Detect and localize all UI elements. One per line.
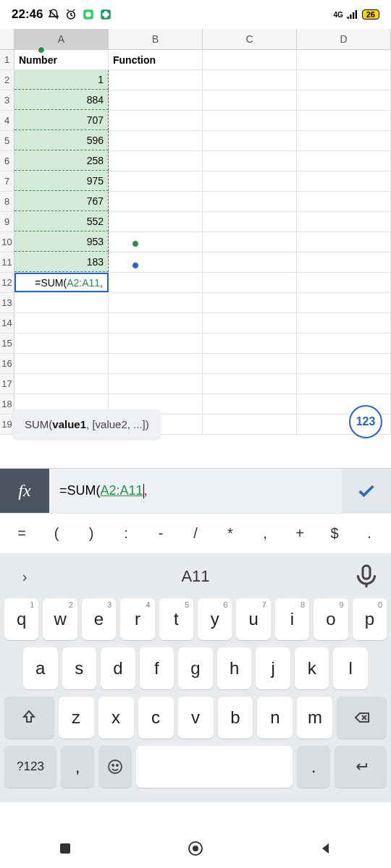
cell-A1[interactable]: Number	[14, 50, 109, 69]
cell-C14[interactable]	[203, 313, 297, 333]
row-header[interactable]: 17	[0, 374, 14, 393]
cell-B7[interactable]	[109, 171, 203, 191]
cell-A8[interactable]: 767	[14, 192, 109, 211]
cell-A4[interactable]: 707	[14, 111, 109, 130]
cell-A9[interactable]: 552	[14, 212, 109, 231]
cell-D4[interactable]	[297, 111, 391, 130]
row-header[interactable]: 4	[0, 111, 14, 130]
key-v[interactable]: v	[178, 697, 214, 739]
recents-button[interactable]	[43, 835, 87, 861]
cell-C9[interactable]	[203, 212, 297, 231]
cell-B3[interactable]	[109, 90, 203, 110]
cell-A6[interactable]: 258	[14, 151, 109, 171]
col-header-D[interactable]: D	[297, 29, 391, 49]
row-header[interactable]: 13	[0, 293, 14, 312]
mode-switch-key[interactable]: ?123	[4, 746, 56, 788]
cell-C18[interactable]	[203, 394, 297, 414]
cell-B8[interactable]	[109, 192, 203, 211]
suggestion-center[interactable]: A11	[39, 567, 352, 586]
select-all-corner[interactable]	[0, 29, 14, 49]
key-k[interactable]: k	[295, 647, 329, 689]
key-a[interactable]: a	[23, 647, 58, 689]
symbol-key[interactable]: .	[352, 525, 387, 542]
range-handle-start[interactable]	[38, 46, 45, 54]
enter-key[interactable]	[335, 746, 387, 788]
cell-D10[interactable]	[297, 232, 391, 252]
key-t[interactable]: t5	[159, 598, 193, 640]
cell-C17[interactable]	[203, 374, 297, 393]
row-header[interactable]: 7	[0, 171, 14, 191]
key-o[interactable]: o9	[314, 598, 348, 640]
col-header-A[interactable]: A	[14, 29, 109, 49]
comma-key[interactable]: ,	[61, 746, 94, 788]
cell-D7[interactable]	[297, 171, 391, 191]
cell-B10[interactable]	[109, 232, 203, 252]
numeric-keypad-toggle[interactable]: 123	[349, 405, 382, 438]
row-header[interactable]: 5	[0, 131, 14, 150]
cell-A11[interactable]: 183	[14, 252, 109, 272]
row-header[interactable]: 2	[0, 70, 14, 90]
row-header[interactable]: 10	[0, 232, 14, 252]
symbol-key[interactable]: :	[109, 525, 143, 542]
confirm-button[interactable]	[342, 469, 391, 513]
cell-C16[interactable]	[203, 354, 297, 373]
key-s[interactable]: s	[62, 647, 97, 689]
cell-C12[interactable]	[203, 273, 297, 292]
cell-A17[interactable]	[14, 374, 109, 393]
cell-D11[interactable]	[297, 252, 391, 272]
cell-C13[interactable]	[203, 293, 297, 312]
symbol-key[interactable]: (	[39, 525, 74, 542]
cell-B13[interactable]	[109, 293, 203, 312]
key-j[interactable]: j	[256, 647, 290, 689]
symbol-key[interactable]: +	[282, 525, 317, 542]
backspace-key[interactable]	[337, 697, 387, 739]
cell-A15[interactable]	[14, 333, 109, 353]
cell-A13[interactable]	[14, 293, 109, 312]
cell-B1[interactable]: Function	[109, 50, 203, 69]
row-header[interactable]: 12	[0, 273, 14, 292]
mic-button[interactable]	[352, 562, 381, 591]
row-header[interactable]: 8	[0, 192, 14, 211]
key-z[interactable]: z	[59, 697, 94, 739]
cell-D14[interactable]	[297, 313, 391, 333]
cell-B9[interactable]	[109, 212, 203, 231]
symbol-key[interactable]: )	[74, 525, 109, 542]
cell-D2[interactable]	[297, 70, 391, 90]
period-key[interactable]: .	[297, 746, 330, 788]
cell-A16[interactable]	[14, 354, 109, 373]
col-header-C[interactable]: C	[203, 29, 297, 49]
key-c[interactable]: c	[138, 697, 174, 739]
row-header[interactable]: 15	[0, 333, 14, 353]
cell-C7[interactable]	[203, 171, 297, 191]
cell-D3[interactable]	[297, 90, 391, 110]
cell-D9[interactable]	[297, 212, 391, 231]
range-handle-end[interactable]	[132, 240, 139, 247]
cell-A14[interactable]	[14, 313, 109, 333]
cell-handle[interactable]	[132, 262, 139, 269]
key-p[interactable]: p0	[353, 598, 387, 640]
key-l[interactable]: l	[333, 647, 368, 689]
row-header[interactable]: 18	[0, 394, 14, 414]
symbol-key[interactable]: =	[4, 525, 39, 542]
cell-B4[interactable]	[109, 111, 203, 130]
fx-icon[interactable]: fx	[0, 469, 49, 513]
key-q[interactable]: q1	[4, 598, 38, 640]
cell-C1[interactable]	[203, 50, 297, 69]
cell-D17[interactable]	[297, 374, 391, 393]
row-header[interactable]: 19	[0, 414, 14, 434]
row-header[interactable]: 14	[0, 313, 14, 333]
row-header[interactable]: 6	[0, 151, 14, 171]
cell-A2[interactable]: 1	[14, 70, 109, 90]
symbol-key[interactable]: ,	[248, 525, 282, 542]
row-header[interactable]: 11	[0, 252, 14, 272]
back-button[interactable]	[304, 835, 348, 861]
cell-D12[interactable]	[297, 273, 391, 292]
cell-D15[interactable]	[297, 333, 391, 353]
cell-D6[interactable]	[297, 151, 391, 171]
cell-C4[interactable]	[203, 111, 297, 130]
cell-A10[interactable]: 953	[14, 232, 109, 252]
key-w[interactable]: w2	[43, 598, 77, 640]
symbol-key[interactable]: *	[213, 525, 248, 542]
row-header[interactable]: 16	[0, 354, 14, 373]
cell-D8[interactable]	[297, 192, 391, 211]
